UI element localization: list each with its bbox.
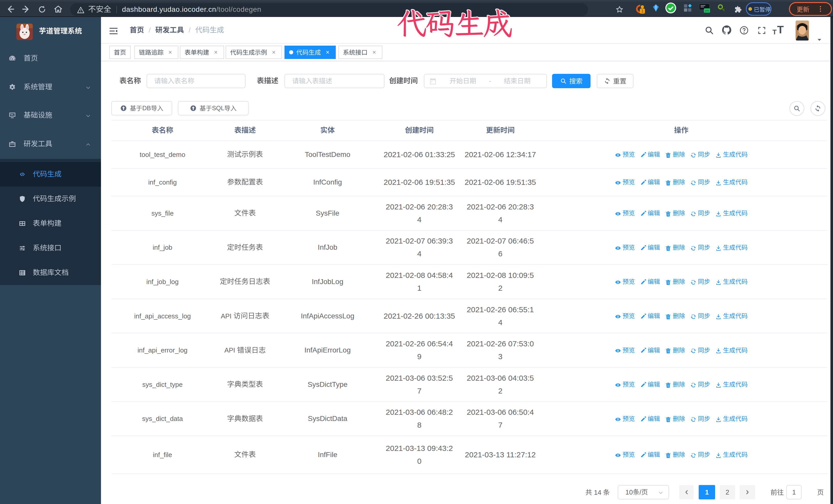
svg-text:on: on — [705, 9, 709, 13]
svg-text:1: 1 — [641, 8, 644, 14]
